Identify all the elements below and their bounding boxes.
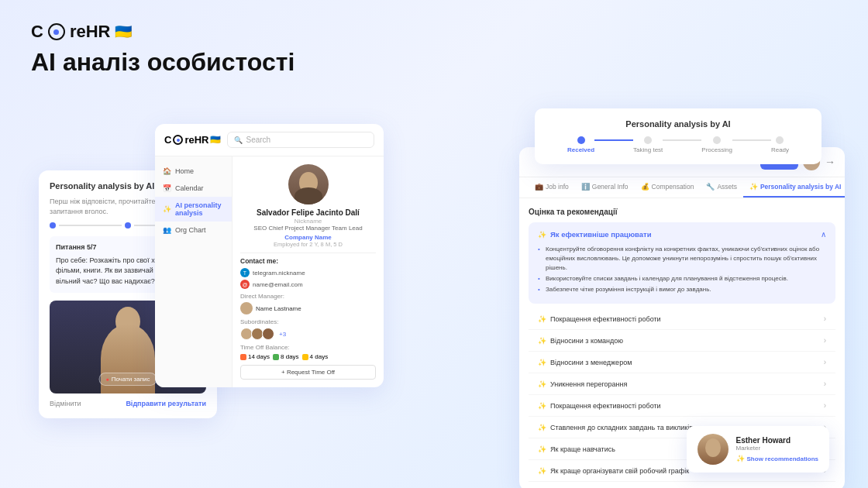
collapsed-item-3[interactable]: ✨ Відносини з менеджером › bbox=[529, 352, 835, 373]
fc-role: Marketer bbox=[736, 445, 818, 452]
personality-icon: ✨ bbox=[749, 183, 758, 191]
manager-name: Name Lastname bbox=[256, 305, 301, 312]
save-results-button[interactable]: Відправити результати bbox=[126, 400, 206, 407]
collapsed-item-5[interactable]: ✨ Покращення ефективності роботи › bbox=[529, 395, 835, 417]
connector-3 bbox=[732, 139, 771, 141]
subordinates-section: Subordinates: +3 bbox=[240, 318, 376, 340]
orgchart-icon: 👥 bbox=[163, 226, 171, 234]
analysis-tabs: 💼 Job info ℹ️ General Info 💰 Compensatio… bbox=[519, 177, 845, 198]
tab-personality[interactable]: ✨ Personality analysis by AI bbox=[743, 177, 845, 198]
tab-assets[interactable]: 🔧 Assets bbox=[700, 177, 743, 198]
tab-job-info[interactable]: 💼 Job info bbox=[529, 177, 575, 198]
avatar-body bbox=[294, 187, 322, 204]
step-dot-received bbox=[577, 136, 585, 144]
assets-icon: 🔧 bbox=[706, 183, 715, 191]
timeoff-dot-2 bbox=[273, 354, 279, 360]
collapsed-ai-icon-1: ✨ bbox=[538, 315, 546, 323]
employee-company: Company Name bbox=[240, 234, 376, 241]
p2-logo-c: C bbox=[164, 134, 171, 146]
step-label-received: Received bbox=[567, 146, 594, 153]
tab-general-info[interactable]: ℹ️ General Info bbox=[575, 177, 635, 198]
ai-icon: ✨ bbox=[163, 205, 171, 213]
sidebar-item-ai[interactable]: ✨ AI personality analysis bbox=[155, 197, 232, 222]
step-processing: Processing bbox=[701, 136, 732, 153]
telegram-icon: T bbox=[240, 268, 250, 277]
panel-status: Personality analysis by AI Received Taki… bbox=[535, 108, 822, 164]
collapsed-item-1[interactable]: ✨ Покращення ефективності роботи › bbox=[529, 308, 835, 330]
compensation-icon: 💰 bbox=[641, 183, 649, 191]
sidebar-item-home[interactable]: 🏠 Home bbox=[155, 163, 232, 180]
collapsed-title-6: ✨ Ставлення до складних завдань та викли… bbox=[538, 424, 693, 431]
sidebar-label-home: Home bbox=[175, 167, 194, 175]
main-content: Personality analysis by AI Перш ніж відп… bbox=[0, 108, 868, 488]
collapsed-item-4[interactable]: ✨ Уникнення перегорання › bbox=[529, 373, 835, 395]
manager-section: Direct Manager: Name Lastname bbox=[240, 293, 376, 314]
timeoff-item-3: 4 days bbox=[302, 353, 329, 360]
contact-title: Contact me: bbox=[240, 257, 376, 265]
timeoff-dot-1 bbox=[240, 354, 246, 360]
page-title: AI аналіз особистості bbox=[31, 48, 837, 77]
expanded-item-header: ✨ Як ефективніше працювати ∧ bbox=[538, 230, 826, 239]
employee-card: Salvador Felipe Jacinto Dalí Nickname SE… bbox=[232, 156, 384, 387]
timeoff-item-1: 14 days bbox=[240, 353, 270, 360]
collapsed-label-7: Як краще навчатись bbox=[550, 445, 615, 453]
sidebar-item-orgchart[interactable]: 👥 Org Chart bbox=[155, 222, 232, 239]
chevron-right-icon-3: › bbox=[824, 358, 826, 366]
logo: C reHR 🇺🇦 bbox=[31, 22, 837, 42]
search-bar[interactable]: 🔍 Search bbox=[227, 132, 374, 148]
show-recommendations-button[interactable]: ✨ Show recommendations bbox=[736, 455, 818, 462]
collapsed-ai-icon-8: ✨ bbox=[538, 467, 546, 475]
contact-email[interactable]: @ name@email.com bbox=[240, 280, 376, 289]
section-title: Оцінка та рекомендації bbox=[529, 208, 835, 216]
request-timeoff-button[interactable]: + Request Time Off bbox=[240, 365, 376, 380]
record-button[interactable]: Почати запис bbox=[99, 373, 157, 386]
collapsed-title-1: ✨ Покращення ефективності роботи bbox=[538, 315, 661, 323]
home-icon: 🏠 bbox=[163, 167, 171, 175]
telegram-handle: telegram.nickname bbox=[253, 270, 305, 277]
p2-logo-circle-icon bbox=[173, 135, 183, 145]
general-info-icon: ℹ️ bbox=[581, 183, 590, 191]
timeoff-days-3: 4 days bbox=[310, 353, 329, 360]
status-steps: Received Taking test Processing Ready bbox=[547, 136, 809, 153]
cancel-button[interactable]: Відмінити bbox=[50, 400, 81, 407]
tab-compensation[interactable]: 💰 Compensation bbox=[635, 177, 701, 198]
timeoff-dot-3 bbox=[302, 354, 308, 360]
email-icon: @ bbox=[240, 280, 250, 289]
sidebar-nav: 🏠 Home 📅 Calendar ✨ AI personality analy… bbox=[155, 156, 232, 387]
sidebar-label-ai: AI personality analysis bbox=[175, 201, 224, 217]
fc-avatar-face bbox=[705, 438, 721, 457]
chevron-right-icon-5: › bbox=[824, 401, 826, 410]
timeoff-item-2: 8 days bbox=[273, 353, 299, 360]
progress-dot-1 bbox=[50, 222, 56, 229]
sidebar-label-calendar: Calendar bbox=[175, 184, 204, 192]
expanded-item: ✨ Як ефективніше працювати ∧ Концентруйт… bbox=[529, 222, 835, 304]
fc-content: Esther Howard Marketer ✨ Show recommenda… bbox=[736, 436, 818, 462]
collapsed-label-8: Як краще організувати свій робочий графі… bbox=[550, 467, 689, 475]
sub-more-count: +3 bbox=[279, 331, 286, 338]
bullet-list: Концентруйте обговорення конфлікту на ко… bbox=[538, 245, 826, 294]
sub-avatar-3 bbox=[262, 328, 274, 340]
expanded-title-text: Як ефективніше працювати bbox=[550, 230, 652, 239]
timeoff-section: Time Off Balance: 14 days 8 days 4 da bbox=[240, 344, 376, 380]
ukraine-flag-icon: 🇺🇦 bbox=[115, 23, 132, 40]
subordinates-label: Subordinates: bbox=[240, 318, 376, 325]
email-address: name@email.com bbox=[253, 281, 303, 288]
connector-1 bbox=[594, 139, 633, 141]
sidebar-item-calendar[interactable]: 📅 Calendar bbox=[155, 180, 232, 197]
tab-job-info-label: Job info bbox=[546, 183, 569, 191]
collapsed-item-2[interactable]: ✨ Відносини з командою › bbox=[529, 330, 835, 352]
panel-status-title: Personality analysis by AI bbox=[547, 119, 809, 129]
logout-icon[interactable]: → bbox=[825, 156, 835, 168]
calendar-icon: 📅 bbox=[163, 184, 171, 192]
timeoff-days-2: 8 days bbox=[281, 353, 299, 360]
timeoff-label: Time Off Balance: bbox=[240, 344, 376, 351]
progress-line-1 bbox=[59, 225, 122, 226]
tab-compensation-label: Compensation bbox=[652, 183, 694, 191]
employee-avatar-wrap: Salvador Felipe Jacinto Dalí Nickname SE… bbox=[240, 164, 376, 248]
employee-role: SEO Chief Project Manager Team Lead bbox=[240, 225, 376, 232]
contact-telegram[interactable]: T telegram.nickname bbox=[240, 268, 376, 277]
collapsed-ai-icon-5: ✨ bbox=[538, 402, 546, 410]
chevron-up-icon[interactable]: ∧ bbox=[821, 230, 826, 239]
collapsed-ai-icon-4: ✨ bbox=[538, 380, 546, 388]
chevron-right-icon-1: › bbox=[824, 314, 826, 323]
